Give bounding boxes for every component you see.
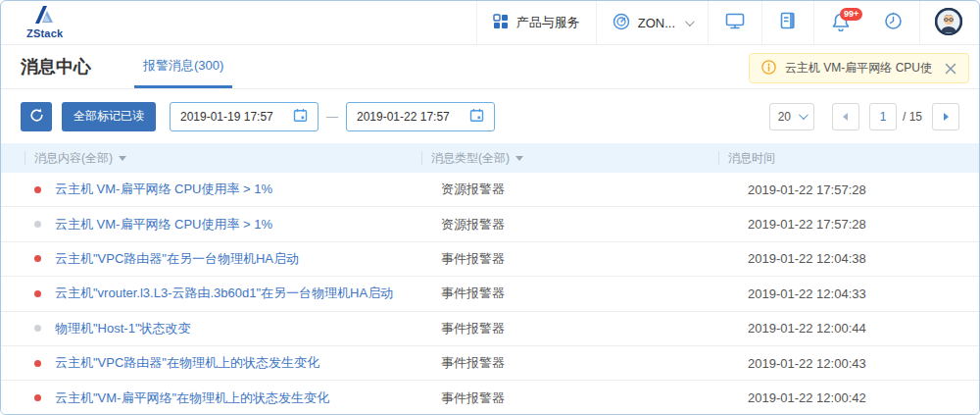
- message-time: 2019-01-22 12:00:42: [748, 390, 979, 405]
- current-page-input[interactable]: 1: [869, 103, 897, 130]
- notification-badge: 99+: [840, 8, 862, 21]
- refresh-button[interactable]: [21, 102, 52, 131]
- message-time: 2019-01-22 12:04:33: [748, 286, 979, 301]
- message-time: 2019-01-22 12:00:43: [748, 356, 979, 371]
- products-services-menu[interactable]: 产品与服务: [476, 1, 596, 44]
- calendar-icon: [469, 108, 484, 126]
- chevron-left-icon: [843, 113, 848, 121]
- notifications-button[interactable]: 99+: [813, 1, 867, 44]
- filter-caret-icon: [515, 156, 523, 161]
- date-to-picker[interactable]: 2019-01-22 17:57: [346, 102, 495, 131]
- documents-button[interactable]: [761, 1, 813, 44]
- table-row: 云主机"vrouter.l3.L3-云路由.3b60d1"在另一台物理机HA启动…: [1, 277, 979, 311]
- zstack-logo-text: ZStack: [26, 27, 63, 39]
- message-link[interactable]: 云主机 VM-扁平网络 CPU使用率 > 1%: [55, 181, 441, 198]
- zone-selector[interactable]: ZON...: [596, 1, 708, 44]
- message-link[interactable]: 云主机"vrouter.l3.L3-云路由.3b60d1"在另一台物理机HA启动: [55, 285, 441, 302]
- document-icon: [779, 12, 797, 33]
- toolbar: 全部标记已读 2019-01-19 17:57 — 2019-01-22 17:…: [1, 89, 979, 143]
- message-link[interactable]: 云主机"VPC路由器"在物理机上的状态发生变化: [55, 354, 441, 372]
- chevron-down-icon: [685, 17, 695, 26]
- column-header-content[interactable]: 消息内容(全部): [24, 150, 431, 167]
- message-type: 资源报警器: [441, 181, 748, 198]
- page-title: 消息中心: [1, 45, 91, 88]
- message-type: 资源报警器: [441, 216, 748, 233]
- unread-dot: [34, 255, 41, 262]
- message-type: 事件报警器: [441, 250, 748, 268]
- chevron-down-icon: [799, 110, 808, 120]
- zstack-logo-icon: [34, 6, 56, 26]
- close-icon[interactable]: [945, 63, 956, 75]
- unread-dot: [34, 360, 41, 367]
- message-link[interactable]: 云主机"VM-扁平网络"在物理机上的状态发生变化: [55, 389, 441, 407]
- page-size-value: 20: [778, 110, 791, 124]
- message-type: 事件报警器: [441, 285, 748, 302]
- table-header: 消息内容(全部) 消息类型(全部) 消息时间: [1, 143, 979, 173]
- history-button[interactable]: [867, 1, 919, 44]
- date-range-separator: —: [326, 110, 338, 124]
- date-from-value: 2019-01-19 17:57: [180, 110, 273, 124]
- column-header-content-label: 消息内容(全部): [34, 150, 113, 167]
- mark-all-read-button[interactable]: 全部标记已读: [62, 102, 156, 131]
- info-icon: [761, 60, 776, 78]
- table-row: 云主机 VM-扁平网络 CPU使用率 > 1% 资源报警器 2019-01-22…: [1, 173, 979, 207]
- products-services-label: 产品与服务: [516, 14, 580, 31]
- date-to-value: 2019-01-22 17:57: [357, 110, 450, 124]
- table-row: 云主机"VPC路由器"在物理机上的状态发生变化 事件报警器 2019-01-22…: [1, 346, 979, 381]
- navbar-right: 产品与服务 ZON...: [476, 1, 979, 44]
- calendar-icon: [293, 108, 308, 126]
- unread-dot: [34, 325, 41, 332]
- column-header-time-label: 消息时间: [728, 150, 775, 167]
- message-link[interactable]: 云主机"VPC路由器"在另一台物理机HA启动: [55, 250, 441, 268]
- column-header-time: 消息时间: [718, 150, 979, 167]
- console-button[interactable]: [708, 1, 761, 44]
- toast-message: 云主机 VM-扁平网络 CPU使...: [785, 60, 933, 77]
- user-menu[interactable]: [919, 1, 979, 44]
- table-row: 物理机"Host-1"状态改变 事件报警器 2019-01-22 12:00:4…: [1, 312, 979, 346]
- total-pages-label: / 15: [903, 110, 922, 124]
- message-time: 2019-01-22 12:04:38: [748, 251, 979, 266]
- filter-caret-icon: [119, 156, 126, 161]
- message-type: 事件报警器: [441, 320, 748, 337]
- message-link[interactable]: 云主机 VM-扁平网络 CPU使用率 > 1%: [55, 216, 441, 233]
- date-from-picker[interactable]: 2019-01-19 17:57: [170, 102, 318, 131]
- grid-icon: [493, 14, 509, 32]
- page-size-select[interactable]: 20: [769, 103, 814, 130]
- table-row: 云主机"VM-扁平网络"在物理机上的状态发生变化 事件报警器 2019-01-2…: [1, 381, 979, 415]
- column-header-type[interactable]: 消息类型(全部): [421, 150, 728, 167]
- prev-page-button[interactable]: [832, 103, 859, 130]
- avatar: [934, 7, 963, 39]
- next-page-button[interactable]: [932, 103, 959, 130]
- message-type: 事件报警器: [441, 389, 748, 407]
- top-navbar: ZStack 产品与服务: [1, 1, 979, 45]
- unread-dot: [34, 186, 41, 193]
- clock-icon: [884, 12, 903, 33]
- zstack-logo[interactable]: ZStack: [9, 1, 80, 44]
- message-time: 2019-01-22 17:57:28: [748, 182, 979, 197]
- table-row: 云主机"VPC路由器"在另一台物理机HA启动 事件报警器 2019-01-22 …: [1, 242, 979, 277]
- message-time: 2019-01-22 12:00:44: [748, 321, 979, 336]
- chevron-right-icon: [944, 113, 949, 121]
- app-window: ZStack 产品与服务: [0, 0, 980, 415]
- message-link[interactable]: 物理机"Host-1"状态改变: [55, 320, 441, 337]
- tab-alarm-messages[interactable]: 报警消息(300): [134, 45, 232, 88]
- message-time: 2019-01-22 17:57:28: [748, 217, 979, 232]
- page-header: 消息中心 报警消息(300) 云主机 VM-扁平网络 CPU使...: [1, 45, 979, 89]
- zone-label: ZON...: [638, 16, 675, 30]
- table-body: 云主机 VM-扁平网络 CPU使用率 > 1% 资源报警器 2019-01-22…: [1, 173, 979, 415]
- monitor-icon: [725, 12, 745, 33]
- column-header-type-label: 消息类型(全部): [431, 150, 510, 167]
- zone-icon: [612, 13, 630, 33]
- table-row: 云主机 VM-扁平网络 CPU使用率 > 1% 资源报警器 2019-01-22…: [1, 207, 979, 241]
- unread-dot: [34, 290, 41, 297]
- refresh-icon: [29, 108, 44, 126]
- unread-dot: [34, 394, 41, 401]
- unread-dot: [34, 221, 41, 228]
- message-type: 事件报警器: [441, 354, 748, 372]
- notification-toast: 云主机 VM-扁平网络 CPU使...: [749, 53, 969, 83]
